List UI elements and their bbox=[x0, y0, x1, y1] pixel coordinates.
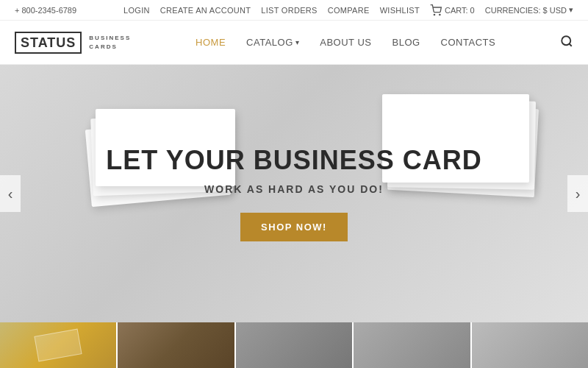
arrow-left-icon: ‹ bbox=[8, 185, 13, 202]
cart-count: CART: 0 bbox=[445, 6, 475, 15]
hero-title: LET YOUR BUSINESS CARD bbox=[106, 146, 481, 175]
currencies-selector[interactable]: CURRENCIES: $ USD ▾ bbox=[485, 5, 573, 15]
main-nav: HOME CATALOG ▾ ABOUT US BLOG CONTACTS bbox=[196, 37, 495, 48]
nav-contacts[interactable]: CONTACTS bbox=[441, 37, 496, 48]
hero-section: LET YOUR BUSINESS CARD WORK AS HARD AS Y… bbox=[0, 65, 588, 322]
logo-tagline: BUSINESS CARDS bbox=[89, 34, 131, 50]
top-bar: + 800-2345-6789 LOGIN CREATE AN ACCOUNT … bbox=[0, 0, 588, 21]
logo[interactable]: STATUS BUSINESS CARDS bbox=[15, 32, 131, 54]
top-nav-links: LOGIN CREATE AN ACCOUNT LIST ORDERS COMP… bbox=[123, 4, 573, 16]
compare-link[interactable]: COMPARE bbox=[328, 6, 370, 15]
list-orders-link[interactable]: LIST ORDERS bbox=[261, 6, 317, 15]
header-search bbox=[560, 35, 573, 51]
catalog-dropdown-icon: ▾ bbox=[295, 38, 300, 46]
thumbnail-item[interactable] bbox=[354, 322, 471, 368]
thumbnail-item[interactable] bbox=[236, 322, 354, 368]
thumbnail-item[interactable] bbox=[472, 322, 588, 368]
nav-catalog[interactable]: CATALOG ▾ bbox=[246, 37, 299, 48]
nav-home[interactable]: HOME bbox=[196, 37, 226, 48]
cart-icon bbox=[430, 4, 442, 16]
logo-box: STATUS bbox=[15, 32, 82, 54]
nav-blog[interactable]: BLOG bbox=[392, 37, 420, 48]
search-button[interactable] bbox=[560, 35, 573, 51]
cart-area[interactable]: CART: 0 bbox=[430, 4, 475, 16]
phone-number: + 800-2345-6789 bbox=[15, 6, 76, 15]
svg-point-2 bbox=[562, 36, 570, 45]
svg-point-0 bbox=[434, 14, 434, 15]
currencies-label: CURRENCIES: $ USD bbox=[485, 6, 567, 15]
svg-line-3 bbox=[569, 43, 571, 46]
thumbnail-item[interactable] bbox=[0, 322, 118, 368]
thumb-card-decoration bbox=[35, 329, 82, 362]
slider-next-button[interactable]: › bbox=[567, 175, 588, 212]
login-link[interactable]: LOGIN bbox=[123, 6, 150, 15]
hero-subtitle: WORK AS HARD AS YOU DO! bbox=[106, 183, 481, 195]
thumbnail-item[interactable] bbox=[118, 322, 235, 368]
search-icon bbox=[560, 35, 573, 48]
nav-about[interactable]: ABOUT US bbox=[320, 37, 371, 48]
currencies-arrow-icon: ▾ bbox=[569, 5, 573, 15]
hero-content: LET YOUR BUSINESS CARD WORK AS HARD AS Y… bbox=[91, 146, 496, 242]
slider-prev-button[interactable]: ‹ bbox=[0, 175, 21, 212]
thumbnail-strip bbox=[0, 322, 588, 368]
create-account-link[interactable]: CREATE AN ACCOUNT bbox=[160, 6, 251, 15]
arrow-right-icon: › bbox=[576, 185, 581, 202]
wishlist-link[interactable]: WISHLIST bbox=[380, 6, 420, 15]
shop-now-button[interactable]: SHOP NOW! bbox=[240, 213, 348, 241]
svg-point-1 bbox=[440, 14, 440, 15]
header: STATUS BUSINESS CARDS HOME CATALOG ▾ ABO… bbox=[0, 21, 588, 65]
